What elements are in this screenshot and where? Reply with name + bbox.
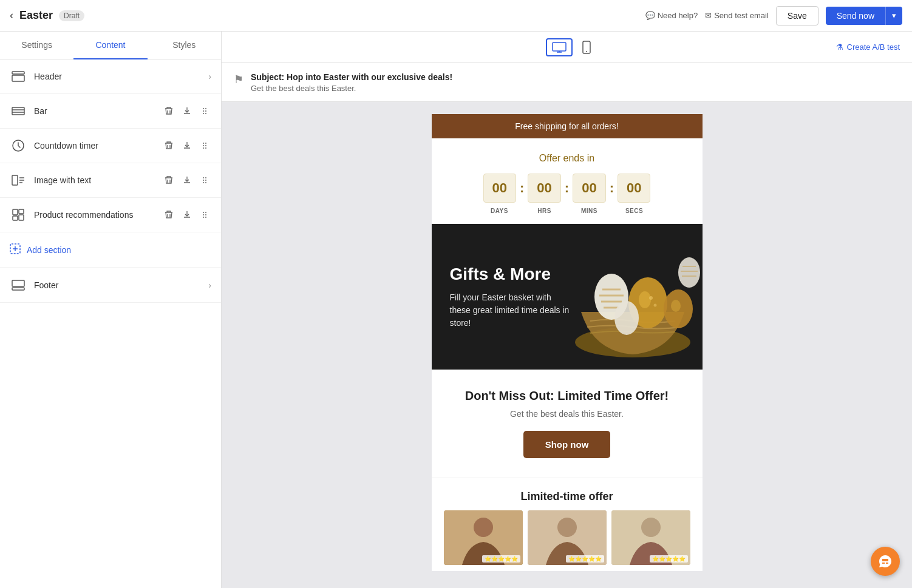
send-now-group: Send now ▾ [826,7,902,25]
bar-download-button[interactable] [181,105,193,117]
bar-actions [163,105,211,117]
svg-rect-42 [12,288,24,290]
footer-chevron-icon: › [208,280,211,290]
image-text-drag-button[interactable] [199,174,211,186]
mobile-view-button[interactable] [576,37,597,58]
product-rec-download-button[interactable] [181,209,193,221]
bar-drag-button[interactable] [199,105,211,117]
svg-point-23 [203,180,204,181]
top-bar: Free shipping for all orders! [432,114,703,138]
product-rec-label: Product recommendations [34,210,163,220]
product-rec-delete-button[interactable] [163,209,175,221]
label-sep3 [605,208,619,214]
tab-content[interactable]: Content [73,32,147,59]
banner-body: Fill your Easter basket with these great… [450,291,571,329]
svg-rect-43 [553,42,566,51]
navbar-left: ‹ Easter Draft [10,9,84,22]
svg-point-16 [205,145,206,146]
svg-point-6 [203,110,204,112]
svg-point-8 [205,108,206,109]
section-item-header[interactable]: Header › [0,59,221,94]
help-label: Need help? [658,11,698,20]
countdown-drag-button[interactable] [199,140,211,152]
image-text-download-button[interactable] [181,174,193,186]
svg-point-17 [205,147,206,149]
preview-text: Get the best deals this Easter. [251,84,452,93]
svg-point-33 [203,214,204,215]
chat-bubble-icon [878,554,893,569]
email-preview-scroll[interactable]: ⚑ Subject: Hop into Easter with our excl… [222,63,912,588]
svg-point-36 [205,214,206,215]
svg-point-37 [205,217,206,218]
chat-bubble[interactable] [871,547,900,576]
countdown-secs-block: 00 [618,174,650,203]
svg-rect-31 [19,215,24,220]
svg-point-15 [205,143,206,144]
email-icon: ✉ [705,11,712,20]
section-item-product-rec[interactable]: Product recommendations [0,198,221,232]
chat-icon: 💬 [645,11,655,20]
svg-point-50 [639,291,651,308]
help-link[interactable]: 💬 Need help? [645,11,698,20]
countdown-section: Offer ends in 00 : 00 : 00 [432,138,703,224]
main-layout: Settings Content Styles Header › [0,32,912,588]
navbar-right: 💬 Need help? ✉ Send test email Save Send… [645,6,902,25]
product-overlay-2: ⭐⭐⭐⭐⭐ [566,555,604,563]
svg-point-9 [205,110,206,112]
bar-icon [10,103,27,120]
product-rec-drag-button[interactable] [199,209,211,221]
countdown-days-block: 00 [483,174,516,203]
save-button[interactable]: Save [776,6,818,25]
cta-section: Don't Miss Out: Limited Time Offer! Get … [432,370,703,478]
countdown-days: 00 [483,174,516,203]
countdown-download-button[interactable] [181,140,193,152]
left-panel: Settings Content Styles Header › [0,32,222,588]
svg-point-5 [203,108,204,109]
shop-now-button[interactable]: Shop now [523,431,611,458]
product-rec-actions [163,209,211,221]
sections-list: Header › Bar [0,59,221,588]
countdown-delete-button[interactable] [163,140,175,152]
subject-text: Subject: Hop into Easter with our exclus… [251,72,452,93]
subject-line: Subject: Hop into Easter with our exclus… [251,72,452,82]
banner-text: Gifts & More Fill your Easter basket wit… [432,240,590,354]
campaign-title: Easter [19,9,53,22]
section-item-bar[interactable]: Bar [0,94,221,129]
section-item-footer[interactable]: Footer › [0,268,221,303]
content-toolbar: ⚗ Create A/B test [222,32,912,63]
image-text-icon [10,172,27,189]
ab-test-icon: ⚗ [836,42,843,52]
back-button[interactable]: ‹ [10,9,13,22]
test-email-link[interactable]: ✉ Send test email [705,11,769,20]
limited-title: Limited-time offer [444,490,690,503]
svg-point-24 [203,182,204,183]
flag-icon: ⚑ [234,73,243,86]
svg-point-32 [203,212,204,213]
product-overlay-3: ⭐⭐⭐⭐⭐ [650,555,688,563]
svg-point-63 [649,296,653,300]
product-overlay-1: ⭐⭐⭐⭐⭐ [482,555,520,563]
tabs: Settings Content Styles [0,32,221,59]
footer-label: Footer [34,280,208,290]
add-section-row[interactable]: Add section [0,232,221,268]
top-bar-text: Free shipping for all orders! [515,121,618,131]
add-section-label: Add section [27,245,71,255]
bar-delete-button[interactable] [163,105,175,117]
svg-rect-30 [19,209,24,214]
desktop-view-button[interactable] [546,38,573,56]
send-now-button[interactable]: Send now [826,7,885,25]
navbar: ‹ Easter Draft 💬 Need help? ✉ Send test … [0,0,912,32]
cta-subtitle: Get the best deals this Easter. [444,409,690,419]
tab-settings[interactable]: Settings [0,32,73,59]
svg-point-27 [205,182,206,183]
section-item-image-text[interactable]: Image with text [0,163,221,198]
ab-test-link[interactable]: ⚗ Create A/B test [836,42,900,52]
banner-heading: Gifts & More [450,264,571,285]
image-text-label: Image with text [34,175,163,185]
send-now-dropdown-button[interactable]: ▾ [885,7,902,25]
header-icon [10,68,27,85]
tab-styles[interactable]: Styles [148,32,221,59]
svg-point-7 [203,113,204,114]
section-item-countdown[interactable]: Countdown timer [0,129,221,163]
image-text-delete-button[interactable] [163,174,175,186]
